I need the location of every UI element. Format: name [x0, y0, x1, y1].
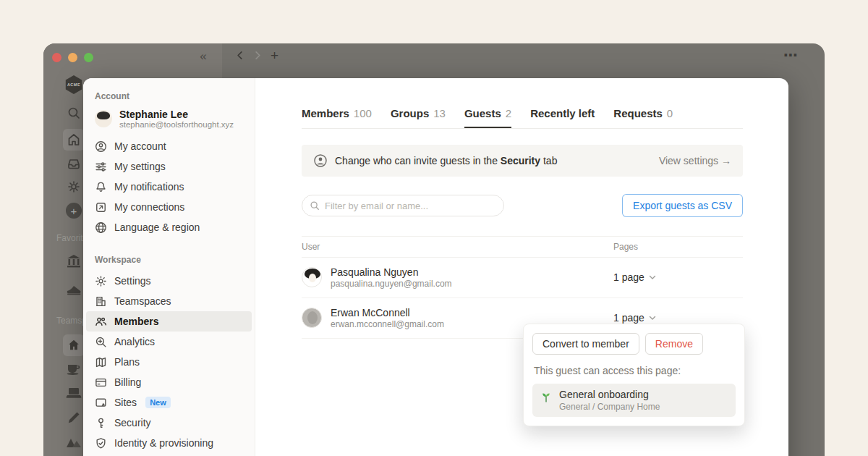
map-icon [95, 356, 107, 368]
guest-name: Pasqualina Nguyen [331, 266, 452, 279]
members-tabs: Members100 Groups13 Guests2 Recently lef… [302, 107, 743, 129]
search-icon [310, 200, 320, 211]
workspace-section-heading: Workspace [95, 255, 243, 265]
page-title: General onboarding [559, 389, 660, 402]
sidebar-item-analytics[interactable]: Analytics [86, 332, 252, 352]
sidebar-item-label: Billing [114, 376, 141, 388]
guest-actions-popup: Convert to member Remove This guest can … [523, 324, 745, 426]
search-icon[interactable] [67, 106, 81, 120]
coffee-icon[interactable] [66, 362, 82, 375]
guest-email: erwan.mcconnell@gmail.com [331, 319, 444, 329]
pencil-icon[interactable] [67, 410, 81, 425]
arrow-out-box-icon [95, 201, 107, 214]
tab-requests[interactable]: Requests0 [613, 107, 673, 128]
forward-icon[interactable] [252, 50, 263, 61]
sidebar-item-label: Sites [114, 397, 137, 408]
account-section-heading: Account [95, 91, 243, 101]
globe-icon [95, 221, 107, 234]
collapse-sidebar-icon[interactable]: « [195, 49, 211, 64]
mountain-icon[interactable] [66, 436, 82, 449]
credit-card-icon [95, 376, 107, 389]
sliders-icon [95, 161, 107, 173]
magnifier-plus-icon [95, 336, 107, 348]
sidebar-item-label: My connections [114, 201, 184, 213]
popup-caption: This guest can access this page: [534, 365, 734, 376]
banner-text: Change who can invite guests in the Secu… [335, 155, 557, 166]
tab-members[interactable]: Members100 [302, 107, 372, 128]
account-user-row[interactable]: Stephanie Lee stephanie@toolsforthought.… [83, 107, 255, 136]
sidebar-item-label: Identity & provisioning [114, 437, 213, 449]
key-icon [95, 417, 107, 429]
sidebar-item-label: My notifications [114, 181, 184, 193]
home-icon[interactable] [63, 129, 85, 151]
user-email: stephanie@toolsforthought.xyz [119, 120, 234, 129]
avatar [302, 267, 322, 287]
chevron-down-icon [649, 275, 656, 280]
avatar [302, 308, 322, 328]
new-tab-icon[interactable]: + [271, 50, 278, 61]
export-guests-csv-button[interactable]: Export guests as CSV [622, 194, 743, 217]
sidebar-item-plans[interactable]: Plans [86, 352, 252, 372]
close-window-button[interactable] [52, 53, 61, 62]
zoom-window-button[interactable] [84, 53, 93, 62]
column-header-user: User [302, 242, 613, 252]
invite-guests-banner: Change who can invite guests in the Secu… [302, 145, 743, 177]
accessible-page-item[interactable]: General onboarding General / Company Hom… [532, 384, 736, 417]
sidebar-item-label: Analytics [114, 336, 155, 347]
sidebar-item-label: Teamspaces [114, 295, 171, 307]
sidebar-item-my-settings[interactable]: My settings [86, 156, 252, 177]
laptop-icon[interactable] [66, 387, 82, 399]
sidebar-item-label: My settings [114, 161, 166, 172]
sidebar-item-label: Plans [114, 356, 140, 368]
sidebar-item-label: Members [114, 316, 158, 327]
sneaker-icon[interactable] [66, 284, 82, 295]
filter-input[interactable] [325, 200, 496, 211]
sidebar-item-sites[interactable]: Sites New [86, 392, 252, 413]
new-page-icon[interactable]: + [66, 203, 82, 219]
minimize-window-button[interactable] [68, 53, 77, 62]
sidebar-item-my-notifications[interactable]: My notifications [86, 177, 252, 197]
tab-recently-left[interactable]: Recently left [530, 107, 595, 128]
sidebar-item-label: My account [114, 140, 166, 152]
bank-icon[interactable] [66, 253, 82, 269]
user-name: Stephanie Lee [119, 109, 234, 120]
sidebar-item-language-region[interactable]: Language & region [86, 217, 252, 237]
shield-check-icon [95, 437, 107, 449]
column-header-pages: Pages [613, 242, 638, 252]
gear-icon [95, 275, 107, 287]
sidebar-item-teamspaces[interactable]: Teamspaces [86, 291, 252, 311]
sidebar-item-identity-provisioning[interactable]: Identity & provisioning [86, 433, 252, 453]
new-badge: New [145, 397, 171, 408]
pages-dropdown[interactable]: 1 page [613, 312, 656, 324]
bell-icon [95, 181, 107, 193]
more-options-icon[interactable]: ⋯ [783, 46, 799, 64]
sidebar-item-members[interactable]: Members [86, 311, 252, 332]
remove-guest-button[interactable]: Remove [645, 333, 703, 355]
guest-email: pasqualina.nguyen@gmail.com [331, 279, 452, 289]
sidebar-item-my-account[interactable]: My account [86, 136, 252, 156]
sidebar-item-label: Security [114, 417, 151, 428]
tab-guests[interactable]: Guests2 [464, 107, 511, 128]
person-circle-icon [313, 153, 328, 168]
gear-icon[interactable] [67, 180, 81, 194]
sidebar-item-security[interactable]: Security [86, 413, 252, 433]
sidebar-item-my-connections[interactable]: My connections [86, 197, 252, 217]
inbox-icon[interactable] [67, 156, 81, 171]
sidebar-item-billing[interactable]: Billing [86, 372, 252, 392]
sidebar-item-label: Settings [114, 275, 151, 287]
filter-input-wrapper [302, 195, 504, 216]
convert-to-member-button[interactable]: Convert to member [532, 333, 639, 355]
pages-dropdown[interactable]: 1 page [613, 271, 656, 283]
seedling-icon [540, 390, 553, 403]
house-icon[interactable] [63, 334, 85, 356]
table-header: User Pages [302, 236, 743, 258]
person-circle-icon [95, 140, 107, 153]
view-settings-link[interactable]: View settings → [659, 155, 731, 166]
sidebar-item-settings[interactable]: Settings [86, 271, 252, 291]
back-icon[interactable] [234, 50, 245, 61]
tab-groups[interactable]: Groups13 [391, 107, 446, 128]
table-row[interactable]: Pasqualina Nguyen pasqualina.nguyen@gmai… [302, 258, 743, 298]
workspace-logo[interactable]: ACME [64, 75, 83, 94]
building-icon [95, 295, 107, 308]
user-avatar [95, 110, 112, 127]
